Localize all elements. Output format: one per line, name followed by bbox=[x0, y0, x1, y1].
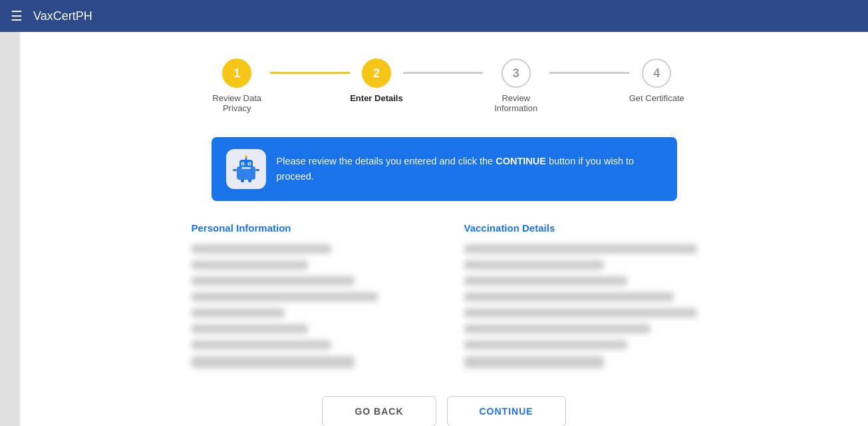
blur-row bbox=[464, 292, 674, 302]
continue-highlight: CONTINUE bbox=[496, 156, 546, 166]
svg-point-7 bbox=[248, 163, 249, 164]
svg-point-6 bbox=[241, 163, 243, 164]
blur-row bbox=[464, 244, 697, 254]
blur-row bbox=[192, 260, 308, 270]
svg-point-3 bbox=[245, 155, 247, 158]
blur-row bbox=[192, 340, 331, 349]
bot-icon bbox=[226, 149, 266, 189]
step-2: 2 Enter Details bbox=[350, 59, 402, 103]
blur-row bbox=[192, 324, 308, 333]
blur-row bbox=[192, 292, 378, 302]
svg-rect-10 bbox=[255, 169, 259, 171]
vaccination-details-col: Vaccination Details bbox=[464, 222, 697, 375]
blur-row bbox=[192, 244, 331, 254]
step-3-circle: 3 bbox=[502, 59, 531, 88]
button-row: GO BACK CONTINUE bbox=[60, 396, 828, 426]
stepper: 1 Review Data Privacy 2 Enter Details 3 … bbox=[60, 59, 828, 113]
data-section: Personal Information Vaccination Details bbox=[178, 222, 710, 375]
blur-row bbox=[464, 308, 697, 318]
step-2-circle: 2 bbox=[362, 59, 391, 88]
blur-row bbox=[192, 356, 355, 368]
step-4: 4 Get Certificate bbox=[629, 59, 684, 103]
connector-3-4 bbox=[549, 72, 629, 74]
app-title: VaxCertPH bbox=[33, 9, 92, 23]
step-4-label: Get Certificate bbox=[629, 93, 684, 103]
left-sidebar bbox=[0, 32, 20, 426]
personal-info-col: Personal Information bbox=[192, 222, 424, 375]
vaccination-details-title: Vaccination Details bbox=[464, 222, 697, 234]
blur-row bbox=[464, 260, 604, 270]
step-1-circle: 1 bbox=[222, 59, 251, 88]
personal-info-title: Personal Information bbox=[192, 222, 424, 234]
blur-row bbox=[192, 308, 285, 318]
info-text: Please review the details you entered an… bbox=[277, 154, 662, 184]
blur-row bbox=[192, 276, 355, 286]
blur-row bbox=[464, 340, 627, 349]
step-4-circle: 4 bbox=[642, 59, 671, 88]
step-3: 3 Review Information bbox=[483, 59, 549, 113]
info-message-box: Please review the details you entered an… bbox=[212, 137, 677, 201]
step-2-label: Enter Details bbox=[350, 93, 402, 103]
continue-button[interactable]: CONTINUE bbox=[447, 396, 566, 426]
connector-1-2 bbox=[270, 72, 350, 74]
step-1-label: Review Data Privacy bbox=[204, 93, 270, 113]
blur-row bbox=[464, 356, 604, 368]
svg-rect-9 bbox=[233, 169, 237, 171]
menu-icon[interactable]: ☰ bbox=[11, 8, 23, 24]
bot-svg bbox=[231, 154, 261, 184]
svg-rect-13 bbox=[237, 166, 255, 180]
blur-row bbox=[464, 324, 651, 333]
step-1: 1 Review Data Privacy bbox=[204, 59, 270, 113]
step-3-label: Review Information bbox=[483, 93, 549, 113]
blur-row bbox=[464, 276, 627, 286]
go-back-button[interactable]: GO BACK bbox=[322, 396, 436, 426]
connector-2-3 bbox=[403, 72, 483, 74]
content-area: 1 Review Data Privacy 2 Enter Details 3 … bbox=[20, 32, 868, 426]
